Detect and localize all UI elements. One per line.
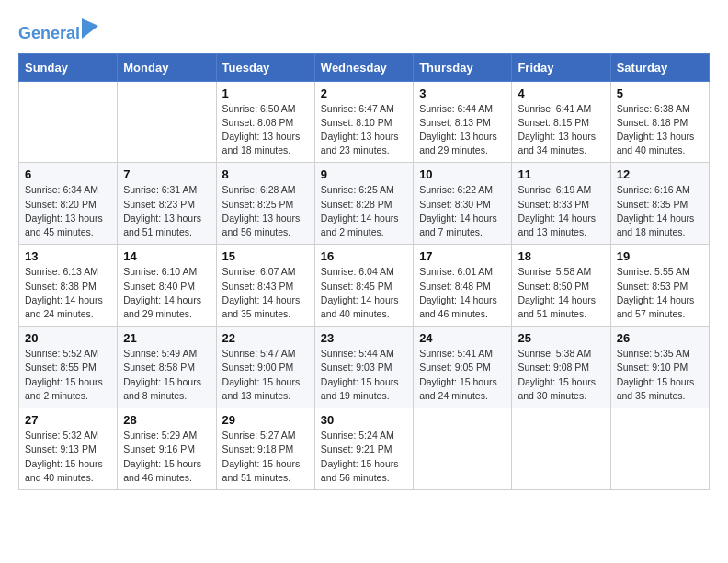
day-info: Sunrise: 5:41 AM Sunset: 9:05 PM Dayligh… (419, 347, 506, 403)
calendar-cell: 25Sunrise: 5:38 AM Sunset: 9:08 PM Dayli… (512, 327, 610, 408)
calendar-cell: 10Sunrise: 6:22 AM Sunset: 8:30 PM Dayli… (414, 163, 512, 245)
day-number: 14 (123, 249, 210, 263)
day-number: 13 (25, 249, 111, 263)
day-number: 28 (123, 413, 210, 427)
calendar-cell: 5Sunrise: 6:38 AM Sunset: 8:18 PM Daylig… (610, 81, 709, 163)
calendar-cell: 3Sunrise: 6:44 AM Sunset: 8:13 PM Daylig… (414, 81, 512, 163)
day-number: 12 (617, 167, 703, 181)
day-info: Sunrise: 5:35 AM Sunset: 9:10 PM Dayligh… (617, 347, 703, 403)
day-info: Sunrise: 6:19 AM Sunset: 8:33 PM Dayligh… (518, 183, 604, 239)
day-info: Sunrise: 5:44 AM Sunset: 9:03 PM Dayligh… (321, 347, 407, 403)
calendar-table: SundayMondayTuesdayWednesdayThursdayFrid… (18, 53, 710, 490)
calendar-week-2: 6Sunrise: 6:34 AM Sunset: 8:20 PM Daylig… (19, 163, 710, 245)
day-info: Sunrise: 6:44 AM Sunset: 8:13 PM Dayligh… (419, 102, 506, 158)
day-header-friday: Friday (512, 53, 610, 81)
calendar-week-3: 13Sunrise: 6:13 AM Sunset: 8:38 PM Dayli… (19, 245, 710, 327)
calendar-cell: 12Sunrise: 6:16 AM Sunset: 8:35 PM Dayli… (610, 163, 709, 245)
calendar-cell: 13Sunrise: 6:13 AM Sunset: 8:38 PM Dayli… (19, 245, 118, 327)
day-info: Sunrise: 6:47 AM Sunset: 8:10 PM Dayligh… (321, 102, 407, 158)
day-number: 9 (321, 167, 407, 181)
day-number: 21 (123, 331, 210, 345)
calendar-cell: 1Sunrise: 6:50 AM Sunset: 8:08 PM Daylig… (216, 81, 314, 163)
calendar-cell: 26Sunrise: 5:35 AM Sunset: 9:10 PM Dayli… (610, 327, 709, 408)
day-info: Sunrise: 6:07 AM Sunset: 8:43 PM Dayligh… (222, 265, 309, 321)
calendar-cell: 7Sunrise: 6:31 AM Sunset: 8:23 PM Daylig… (118, 163, 216, 245)
day-info: Sunrise: 5:29 AM Sunset: 9:16 PM Dayligh… (123, 429, 210, 485)
day-number: 2 (321, 86, 407, 100)
day-info: Sunrise: 6:13 AM Sunset: 8:38 PM Dayligh… (25, 265, 111, 321)
day-number: 22 (222, 331, 309, 345)
day-number: 17 (419, 249, 506, 263)
calendar-cell (118, 81, 216, 163)
day-info: Sunrise: 5:27 AM Sunset: 9:18 PM Dayligh… (222, 429, 309, 485)
day-info: Sunrise: 5:49 AM Sunset: 8:58 PM Dayligh… (123, 347, 210, 403)
day-number: 10 (419, 167, 506, 181)
day-number: 5 (617, 86, 703, 100)
calendar-cell: 2Sunrise: 6:47 AM Sunset: 8:10 PM Daylig… (314, 81, 413, 163)
calendar-cell: 24Sunrise: 5:41 AM Sunset: 9:05 PM Dayli… (414, 327, 512, 408)
day-number: 30 (321, 413, 407, 427)
day-info: Sunrise: 6:25 AM Sunset: 8:28 PM Dayligh… (321, 183, 407, 239)
calendar-cell: 15Sunrise: 6:07 AM Sunset: 8:43 PM Dayli… (216, 245, 314, 327)
day-header-tuesday: Tuesday (216, 53, 314, 81)
day-number: 3 (419, 86, 506, 100)
day-number: 11 (518, 167, 604, 181)
day-info: Sunrise: 5:47 AM Sunset: 9:00 PM Dayligh… (222, 347, 309, 403)
day-info: Sunrise: 6:01 AM Sunset: 8:48 PM Dayligh… (419, 265, 506, 321)
calendar-cell: 16Sunrise: 6:04 AM Sunset: 8:45 PM Dayli… (314, 245, 413, 327)
day-info: Sunrise: 5:32 AM Sunset: 9:13 PM Dayligh… (25, 429, 111, 485)
day-info: Sunrise: 5:52 AM Sunset: 8:55 PM Dayligh… (25, 347, 111, 403)
calendar-cell: 21Sunrise: 5:49 AM Sunset: 8:58 PM Dayli… (118, 327, 216, 408)
day-number: 24 (419, 331, 506, 345)
calendar-header-row: SundayMondayTuesdayWednesdayThursdayFrid… (19, 53, 710, 81)
day-number: 18 (518, 249, 604, 263)
calendar-cell: 18Sunrise: 5:58 AM Sunset: 8:50 PM Dayli… (512, 245, 610, 327)
day-header-wednesday: Wednesday (314, 53, 413, 81)
day-number: 16 (321, 249, 407, 263)
day-info: Sunrise: 6:10 AM Sunset: 8:40 PM Dayligh… (123, 265, 210, 321)
day-header-thursday: Thursday (414, 53, 512, 81)
day-header-monday: Monday (118, 53, 216, 81)
day-number: 27 (25, 413, 111, 427)
calendar-cell: 4Sunrise: 6:41 AM Sunset: 8:15 PM Daylig… (512, 81, 610, 163)
calendar-cell: 14Sunrise: 6:10 AM Sunset: 8:40 PM Dayli… (118, 245, 216, 327)
calendar-cell: 20Sunrise: 5:52 AM Sunset: 8:55 PM Dayli… (19, 327, 118, 408)
day-number: 19 (617, 249, 703, 263)
svg-marker-0 (82, 18, 98, 39)
day-number: 8 (222, 167, 309, 181)
calendar-cell: 23Sunrise: 5:44 AM Sunset: 9:03 PM Dayli… (314, 327, 413, 408)
day-number: 15 (222, 249, 309, 263)
day-number: 23 (321, 331, 407, 345)
calendar-cell (512, 408, 610, 490)
calendar-cell (19, 81, 118, 163)
calendar-cell: 8Sunrise: 6:28 AM Sunset: 8:25 PM Daylig… (216, 163, 314, 245)
calendar-cell: 6Sunrise: 6:34 AM Sunset: 8:20 PM Daylig… (19, 163, 118, 245)
calendar-cell (414, 408, 512, 490)
calendar-cell: 27Sunrise: 5:32 AM Sunset: 9:13 PM Dayli… (19, 408, 118, 490)
calendar-week-4: 20Sunrise: 5:52 AM Sunset: 8:55 PM Dayli… (19, 327, 710, 408)
day-info: Sunrise: 5:58 AM Sunset: 8:50 PM Dayligh… (518, 265, 604, 321)
day-header-saturday: Saturday (610, 53, 709, 81)
day-info: Sunrise: 6:28 AM Sunset: 8:25 PM Dayligh… (222, 183, 309, 239)
calendar-week-1: 1Sunrise: 6:50 AM Sunset: 8:08 PM Daylig… (19, 81, 710, 163)
day-info: Sunrise: 6:38 AM Sunset: 8:18 PM Dayligh… (617, 102, 703, 158)
day-info: Sunrise: 6:04 AM Sunset: 8:45 PM Dayligh… (321, 265, 407, 321)
calendar-cell: 11Sunrise: 6:19 AM Sunset: 8:33 PM Dayli… (512, 163, 610, 245)
day-number: 1 (222, 86, 309, 100)
day-info: Sunrise: 5:55 AM Sunset: 8:53 PM Dayligh… (617, 265, 703, 321)
day-info: Sunrise: 6:41 AM Sunset: 8:15 PM Dayligh… (518, 102, 604, 158)
calendar-cell: 17Sunrise: 6:01 AM Sunset: 8:48 PM Dayli… (414, 245, 512, 327)
day-info: Sunrise: 5:38 AM Sunset: 9:08 PM Dayligh… (518, 347, 604, 403)
calendar-week-5: 27Sunrise: 5:32 AM Sunset: 9:13 PM Dayli… (19, 408, 710, 490)
calendar-cell: 9Sunrise: 6:25 AM Sunset: 8:28 PM Daylig… (314, 163, 413, 245)
day-info: Sunrise: 6:22 AM Sunset: 8:30 PM Dayligh… (419, 183, 506, 239)
calendar-cell (610, 408, 709, 490)
calendar-cell: 19Sunrise: 5:55 AM Sunset: 8:53 PM Dayli… (610, 245, 709, 327)
day-info: Sunrise: 5:24 AM Sunset: 9:21 PM Dayligh… (321, 429, 407, 485)
page-header: General (18, 18, 710, 44)
day-number: 25 (518, 331, 604, 345)
calendar-cell: 22Sunrise: 5:47 AM Sunset: 9:00 PM Dayli… (216, 327, 314, 408)
day-number: 20 (25, 331, 111, 345)
day-number: 7 (123, 167, 210, 181)
calendar-cell: 30Sunrise: 5:24 AM Sunset: 9:21 PM Dayli… (314, 408, 413, 490)
